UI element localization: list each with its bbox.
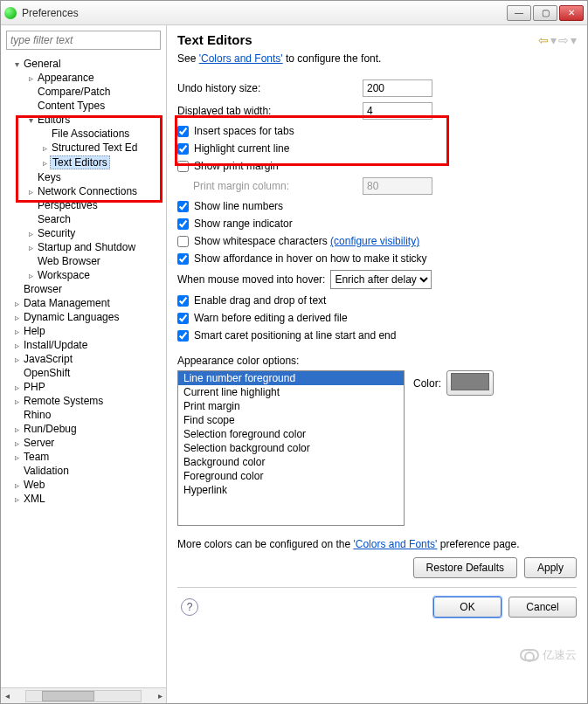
hover-combo[interactable]: Enrich after delay [330,270,432,289]
color-button[interactable] [446,370,494,396]
forward-icon[interactable]: ⇨ [558,33,569,47]
tree-item[interactable]: ▹JavaScript [4,352,166,366]
expand-icon[interactable]: ▹ [11,313,22,322]
expand-icon[interactable]: ▹ [11,341,22,350]
configure-visibility-link[interactable]: (configure visibility) [330,235,419,247]
tree-item[interactable]: ▹Install/Update [4,338,166,352]
expand-icon[interactable]: ▹ [39,143,50,153]
restore-defaults-button[interactable]: Restore Defaults [413,557,517,578]
tabwidth-input[interactable] [363,102,432,120]
tree-item[interactable]: ▹Web [4,478,166,492]
tree-item[interactable]: ▹Security [4,226,166,240]
range-checkbox[interactable] [177,218,189,230]
tree-item[interactable]: ▹Dynamic Languages [4,310,166,324]
tree-item[interactable]: ▹Workspace [4,268,166,282]
tree-item[interactable]: ▹Appearance [4,71,166,85]
tree-item[interactable]: Browser [4,282,166,296]
tree-item-label: Data Management [22,297,112,309]
expand-icon[interactable]: ▹ [25,271,36,280]
minimize-button[interactable]: — [507,5,531,21]
forward-menu-icon[interactable]: ▾ [571,33,577,47]
more-colors-link[interactable]: 'Colors and Fonts' [353,538,437,550]
tree-item-label: Security [36,227,77,239]
maximize-button[interactable]: ▢ [533,5,557,21]
expand-icon[interactable]: ▹ [11,355,22,364]
tree-item[interactable]: ▹Structured Text Ed [4,141,166,155]
tree-item-label: Network Connections [36,185,139,197]
cancel-button[interactable]: Cancel [508,597,577,618]
tree-item[interactable]: ▹Run/Debug [4,422,166,436]
expand-icon[interactable]: ▹ [11,494,22,504]
tree-item[interactable]: ▹Server [4,436,166,450]
color-option[interactable]: Hyperlink [178,483,404,497]
tree-item[interactable]: ▹Remote Systems [4,394,166,408]
expand-icon[interactable]: ▾ [11,59,22,69]
expand-icon[interactable]: ▹ [11,327,22,336]
tree-item[interactable]: Perspectives [4,198,166,212]
tree-item[interactable]: Rhino [4,408,166,422]
tree-item[interactable]: ▹Text Editors [4,155,166,170]
back-menu-icon[interactable]: ▾ [550,33,557,47]
expand-icon[interactable]: ▹ [39,158,50,168]
expand-icon[interactable]: ▹ [25,243,36,252]
expand-icon[interactable]: ▹ [11,424,22,434]
filter-input[interactable] [6,31,161,50]
tree-item[interactable]: Content Types [4,99,166,113]
tree-item[interactable]: Keys [4,170,166,184]
color-option[interactable]: Foreground color [178,469,404,483]
color-option[interactable]: Selection background color [178,441,404,455]
expand-icon[interactable]: ▹ [11,383,22,392]
warn-derived-checkbox[interactable] [177,313,189,324]
tree-item[interactable]: ▹Startup and Shutdow [4,240,166,254]
tree-item[interactable]: File Associations [4,127,166,141]
color-options-list[interactable]: Line number foregroundCurrent line highl… [177,370,405,526]
whitespace-checkbox[interactable] [177,236,189,247]
tree-item[interactable]: ▹PHP [4,380,166,394]
tree-item[interactable]: ▾General [4,57,166,71]
tree-item[interactable]: ▹Help [4,324,166,338]
tree-item[interactable]: Web Browser [4,254,166,268]
color-option[interactable]: Background color [178,455,404,469]
line-numbers-checkbox[interactable] [177,201,189,212]
expand-icon[interactable]: ▾ [25,115,36,125]
expand-icon[interactable]: ▹ [11,299,22,308]
close-button[interactable]: ✕ [559,5,584,21]
undo-input[interactable] [363,79,432,97]
help-button[interactable]: ? [181,598,198,616]
color-option[interactable]: Current line highlight [178,385,404,399]
color-option[interactable]: Line number foreground [178,371,404,385]
tree-item[interactable]: ▹XML [4,492,166,506]
tree-item[interactable]: OpenShift [4,366,166,380]
back-icon[interactable]: ⇦ [538,33,549,47]
expand-icon[interactable]: ▹ [11,452,22,462]
color-option[interactable]: Selection foreground color [178,427,404,441]
expand-icon[interactable]: ▹ [25,73,36,83]
color-option[interactable]: Find scope [178,413,404,427]
expand-icon[interactable]: ▹ [11,480,22,490]
highlight-line-checkbox[interactable] [177,143,189,155]
tree-item[interactable]: ▹Team [4,450,166,464]
color-option[interactable]: Print margin [178,399,404,413]
dnd-checkbox[interactable] [177,295,189,307]
smart-caret-label: Smart caret positioning at line start an… [194,329,396,342]
tree-item[interactable]: ▹Network Connections [4,184,166,198]
expand-icon[interactable]: ▹ [25,187,36,197]
expand-icon[interactable]: ▹ [11,397,22,406]
tree-item-label: Browser [22,283,64,295]
tree-item[interactable]: Compare/Patch [4,85,166,99]
smart-caret-checkbox[interactable] [177,330,189,342]
tree-item[interactable]: Search [4,212,166,226]
ok-button[interactable]: OK [433,597,502,618]
insert-spaces-checkbox[interactable] [177,126,189,137]
affordance-checkbox[interactable] [177,253,189,265]
horizontal-scrollbar[interactable]: ◂▸ [1,687,166,703]
tree-item[interactable]: ▹Data Management [4,296,166,310]
preferences-tree[interactable]: ▾General▹AppearanceCompare/PatchContent … [1,55,166,687]
colors-fonts-link[interactable]: 'Colors and Fonts' [199,52,283,65]
tree-item[interactable]: ▾Editors [4,113,166,127]
expand-icon[interactable]: ▹ [25,229,36,238]
apply-button[interactable]: Apply [524,557,577,578]
print-margin-checkbox[interactable] [177,161,189,172]
tree-item[interactable]: Validation [4,464,166,478]
expand-icon[interactable]: ▹ [11,438,22,448]
